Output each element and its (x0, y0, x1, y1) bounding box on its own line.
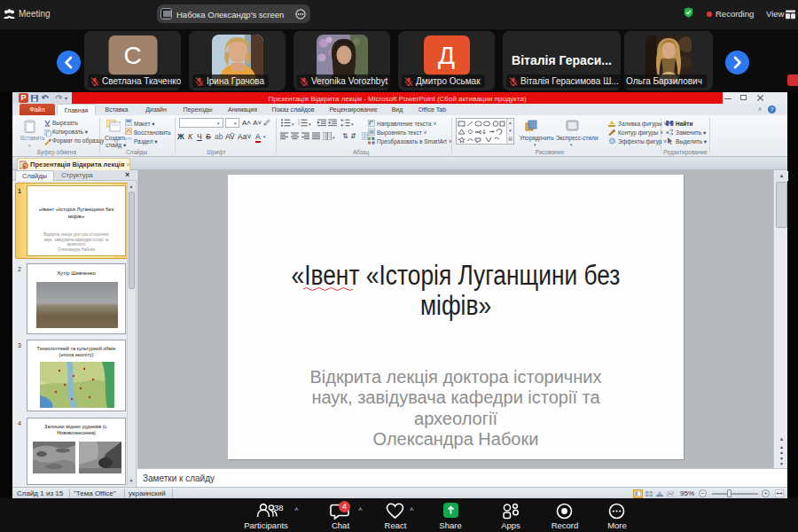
svg-text:2: 2 (298, 122, 300, 126)
svg-text:a: a (666, 129, 669, 135)
